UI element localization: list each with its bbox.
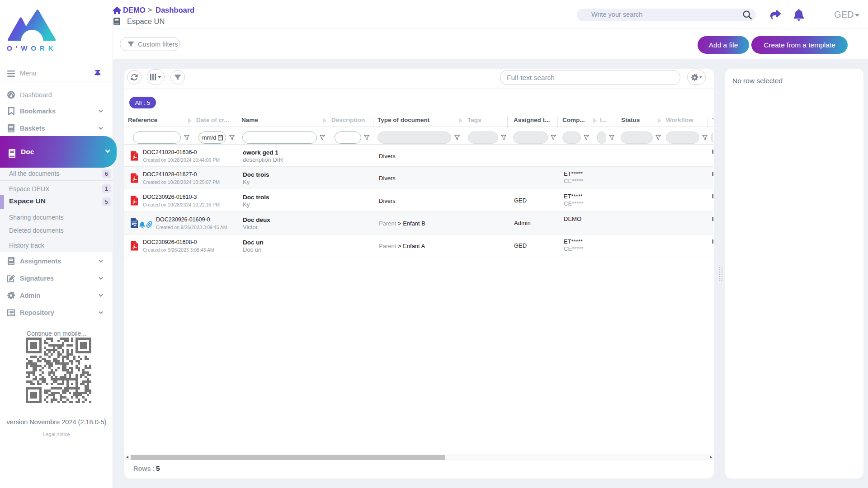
svg-text:O'WORK: O'WORK — [7, 44, 56, 52]
svg-text:w: w — [134, 224, 137, 227]
